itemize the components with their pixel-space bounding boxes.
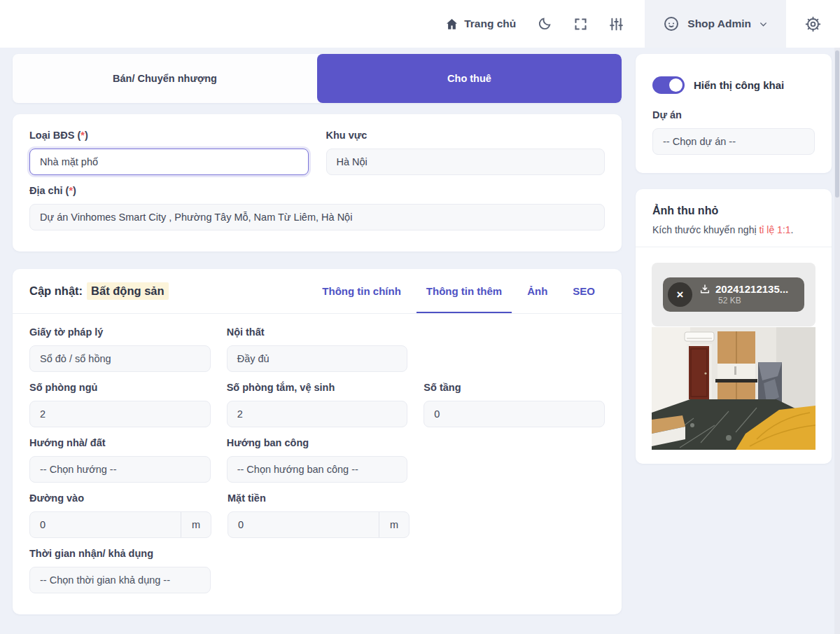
legal-docs-label: Giấy tờ pháp lý <box>29 326 211 338</box>
furniture-value: Đầy đủ <box>237 353 270 364</box>
moon-icon <box>537 16 552 32</box>
title-entity-highlight: Bất động sản <box>87 282 169 300</box>
sliders-icon <box>609 17 624 32</box>
divider <box>636 247 832 247</box>
property-type-label-text: Loại BĐS <box>29 130 74 141</box>
hint-ratio: tỉ lệ 1:1 <box>759 224 790 235</box>
property-type-input[interactable] <box>29 149 309 175</box>
road-width-unit: m <box>181 512 211 537</box>
tab-extra-info[interactable]: Thông tin thêm <box>416 269 512 313</box>
settings-sliders-button[interactable] <box>609 17 624 32</box>
tab-rent[interactable]: Cho thuê <box>317 54 622 103</box>
address-label-text: Địa chỉ <box>29 185 63 196</box>
tab-photos[interactable]: Ảnh <box>517 269 557 313</box>
hint-prefix: Kích thước khuyến nghị <box>652 224 759 235</box>
visibility-toggle[interactable] <box>652 76 685 94</box>
legal-docs-select[interactable]: Sổ đỏ / sổ hồng <box>29 345 211 372</box>
field-availability: Thời gian nhận/ khả dụng -- Chọn thời gi… <box>29 541 211 593</box>
frontage-input[interactable] <box>228 512 379 537</box>
tab-sale[interactable]: Bán/ Chuyển nhượng <box>13 54 317 103</box>
field-address: Địa chỉ (*) <box>29 185 605 230</box>
update-card-title: Cập nhật: Bất động sản <box>29 269 169 313</box>
floors-input[interactable] <box>424 401 605 427</box>
uploaded-file-chip: × 20241212135... 52 KB <box>663 277 804 312</box>
balcony-direction-value: -- Chọn hướng ban công -- <box>237 464 358 475</box>
thumbnail-hint: Kích thước khuyến nghị tỉ lệ 1:1. <box>652 224 815 235</box>
region-label: Khu vực <box>326 130 606 141</box>
property-type-label: Loại BĐS (*) <box>29 130 309 141</box>
visibility-toggle-row: Hiển thị công khai <box>652 76 815 94</box>
top-navbar: Trang chủ <box>0 0 840 48</box>
required-mark: (*) <box>66 185 76 196</box>
user-menu[interactable]: Shop Admin <box>645 0 786 48</box>
bedrooms-label: Số phòng ngủ <box>29 382 211 393</box>
road-width-group: m <box>29 511 211 538</box>
balcony-direction-select[interactable]: -- Chọn hướng ban công -- <box>227 456 408 483</box>
bathrooms-input[interactable] <box>227 401 408 427</box>
bedrooms-input[interactable] <box>29 401 211 427</box>
frontage-label: Mặt tiền <box>227 492 410 504</box>
road-width-input[interactable] <box>30 512 181 537</box>
fullscreen-icon <box>573 17 588 32</box>
hint-suffix: . <box>791 224 794 235</box>
field-region: Khu vực <box>326 123 606 175</box>
page-content: Bán/ Chuyển nhượng Cho thuê Loại BĐS (*)… <box>0 48 840 614</box>
tab-seo[interactable]: SEO <box>563 269 605 313</box>
availability-label: Thời gian nhận/ khả dụng <box>29 548 211 559</box>
toggle-knob <box>669 78 682 92</box>
scrollbar[interactable] <box>834 48 840 634</box>
home-link[interactable]: Trang chủ <box>445 18 516 31</box>
tab-main-info[interactable]: Thông tin chính <box>312 269 410 313</box>
field-road-width: Đường vào m <box>29 485 211 538</box>
field-balcony-direction: Hướng ban công -- Chọn hướng ban công -- <box>227 430 408 483</box>
legal-docs-value: Sổ đỏ / sổ hồng <box>40 353 111 364</box>
floors-label: Số tầng <box>424 382 605 393</box>
title-prefix: Cập nhật: <box>29 284 83 298</box>
address-label: Địa chỉ (*) <box>29 185 605 196</box>
file-size: 52 KB <box>718 296 788 306</box>
availability-select[interactable]: -- Chọn thời gian khả dụng -- <box>29 567 211 593</box>
furniture-select[interactable]: Đầy đủ <box>227 345 408 372</box>
home-icon <box>445 18 458 31</box>
thumbnail-title: Ảnh thu nhỏ <box>652 205 815 217</box>
dark-mode-button[interactable] <box>537 16 552 32</box>
right-sidebar: Hiển thị công khai Dự án -- Chọn dự án -… <box>636 54 832 464</box>
upload-dropzone[interactable]: × 20241212135... 52 KB <box>652 263 816 326</box>
update-card-header: Cập nhật: Bất động sản Thông tin chính T… <box>13 269 622 314</box>
field-property-type: Loại BĐS (*) <box>29 123 309 175</box>
required-mark: (*) <box>77 130 88 141</box>
update-card: Cập nhật: Bất động sản Thông tin chính T… <box>13 269 622 614</box>
listing-type-switch: Bán/ Chuyển nhượng Cho thuê <box>13 54 622 103</box>
update-card-body: Giấy tờ pháp lý Sổ đỏ / sổ hồng Nội thất… <box>13 314 622 614</box>
scrollbar-thumb[interactable] <box>835 50 839 198</box>
project-label: Dự án <box>652 109 815 120</box>
region-input[interactable] <box>326 149 606 175</box>
furniture-label: Nội thất <box>227 326 408 338</box>
frontage-unit: m <box>379 512 409 537</box>
house-direction-value: -- Chọn hướng -- <box>40 464 116 475</box>
fullscreen-button[interactable] <box>573 17 588 32</box>
availability-value: -- Chọn thời gian khả dụng -- <box>40 574 170 586</box>
remove-file-button[interactable]: × <box>668 282 692 307</box>
publish-card: Hiển thị công khai Dự án -- Chọn dự án -… <box>636 54 832 173</box>
field-house-direction: Hướng nhà/ đất -- Chọn hướng -- <box>29 430 211 483</box>
house-direction-select[interactable]: -- Chọn hướng -- <box>29 456 211 483</box>
project-value: -- Chọn dự án -- <box>663 136 736 147</box>
road-width-label: Đường vào <box>29 492 211 504</box>
thumbnail-card: Ảnh thu nhỏ Kích thước khuyến nghị tỉ lệ… <box>636 189 832 464</box>
file-meta: 20241212135... 52 KB <box>699 283 788 307</box>
home-label: Trang chủ <box>464 18 516 30</box>
bathrooms-label: Số phòng tắm, vệ sinh <box>227 382 408 393</box>
navbar-actions: Trang chủ <box>445 0 840 48</box>
gear-button[interactable] <box>786 15 840 33</box>
address-input[interactable] <box>29 204 605 230</box>
project-select[interactable]: -- Chọn dự án -- <box>652 128 815 155</box>
house-direction-label: Hướng nhà/ đất <box>29 437 211 448</box>
thumbnail-image <box>652 327 816 450</box>
update-card-tabs: Thông tin chính Thông tin thêm Ảnh SEO <box>312 269 605 313</box>
chevron-down-icon <box>759 20 768 29</box>
field-floors: Số tầng <box>424 375 605 427</box>
user-name: Shop Admin <box>687 18 751 30</box>
frontage-group: m <box>227 511 410 538</box>
file-name: 20241212135... <box>715 283 788 296</box>
